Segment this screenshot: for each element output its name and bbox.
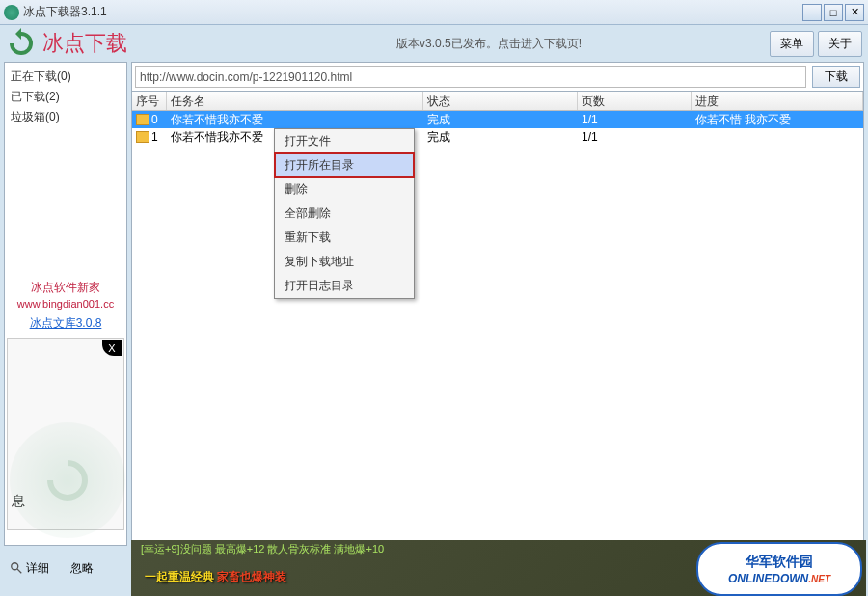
menu-copy-url[interactable]: 复制下载地址	[275, 250, 414, 274]
col-progress[interactable]: 进度	[692, 92, 863, 110]
maximize-button[interactable]: □	[824, 4, 843, 21]
ignore-button[interactable]: 忽略	[65, 556, 99, 581]
banner-text: 一起重温经典 家畜也爆神装	[145, 561, 286, 586]
minimize-button[interactable]: ―	[802, 4, 822, 21]
about-button[interactable]: 关于	[818, 31, 862, 57]
sidebar-item-downloading[interactable]: 正在下载(0)	[9, 67, 122, 87]
col-index[interactable]: 序号	[132, 92, 167, 110]
task-table: 序号 任务名 状态 页数 进度 0 你若不惜我亦不爱 完成 1/1 你若不惜 我…	[131, 91, 864, 546]
url-input[interactable]	[135, 66, 806, 88]
banner-ad[interactable]: [幸运+9]没问题 最高爆+12 散人骨灰标准 满地爆+10 一起重温经典 家畜…	[131, 540, 866, 596]
sidebar-item-downloaded[interactable]: 已下载(2)	[9, 87, 122, 107]
col-status[interactable]: 状态	[423, 92, 578, 110]
close-button[interactable]: ✕	[845, 4, 864, 21]
app-name: 冰点下载	[42, 29, 127, 58]
menu-delete-all[interactable]: 全部删除	[275, 202, 414, 226]
folder-icon	[136, 131, 149, 143]
search-icon	[10, 561, 23, 575]
table-row[interactable]: 1 你若不惜我亦不爱 完成 1/1	[132, 128, 863, 146]
folder-icon	[136, 114, 149, 125]
menu-delete[interactable]: 删除	[275, 177, 414, 202]
promo-link[interactable]: 冰点文库3.0.8	[7, 315, 124, 332]
refresh-icon	[6, 28, 37, 59]
version-info[interactable]: 版本v3.0.5已发布。点击进入下载页!	[208, 36, 770, 52]
context-menu: 打开文件 打开所在目录 删除 全部删除 重新下载 复制下载地址 打开日志目录	[274, 128, 415, 299]
promo-url[interactable]: www.bingdian001.cc	[7, 298, 124, 310]
menu-open-folder[interactable]: 打开所在目录	[274, 152, 415, 178]
ad-close-icon[interactable]: X	[102, 340, 122, 356]
download-button[interactable]: 下载	[812, 66, 860, 88]
app-icon	[4, 5, 19, 20]
detail-button[interactable]: 详细	[4, 556, 55, 581]
svg-line-1	[17, 569, 21, 573]
watermark-icon	[10, 422, 125, 538]
svg-point-0	[12, 563, 18, 570]
menu-open-log[interactable]: 打开日志目录	[275, 274, 414, 298]
banner-stats: [幸运+9]没问题 最高爆+12 散人骨灰标准 满地爆+10	[141, 542, 384, 556]
promo-title: 冰点软件新家	[7, 280, 124, 296]
col-pages[interactable]: 页数	[578, 92, 692, 110]
menu-button[interactable]: 菜单	[770, 31, 814, 57]
table-row[interactable]: 0 你若不惜我亦不爱 完成 1/1 你若不惜 我亦不爱	[132, 111, 863, 128]
banner-logo[interactable]: 华军软件园 ONLINEDOWN.NET	[696, 542, 862, 596]
menu-redownload[interactable]: 重新下载	[275, 226, 414, 250]
col-name[interactable]: 任务名	[167, 92, 423, 110]
window-title: 冰点下载器3.1.1	[23, 4, 800, 20]
menu-open-file[interactable]: 打开文件	[275, 129, 414, 153]
sidebar-item-trash[interactable]: 垃圾箱(0)	[9, 107, 122, 127]
